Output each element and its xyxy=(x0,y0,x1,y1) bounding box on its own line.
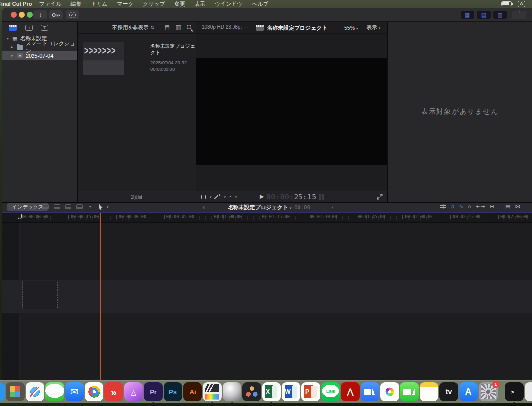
import-media-button[interactable]: ↓ xyxy=(33,10,47,19)
chrome-dock-icon[interactable] xyxy=(85,382,103,403)
system-settings-dock-icon[interactable]: 1 xyxy=(479,382,498,403)
show-browser-button[interactable]: ▦ xyxy=(461,11,474,19)
davinci-resolve-dock-icon[interactable] xyxy=(242,382,261,403)
finder-dock-icon[interactable] xyxy=(0,382,5,403)
view-options-dropdown[interactable]: 表示▾ xyxy=(366,24,380,31)
facetime-dock-icon[interactable] xyxy=(400,382,419,403)
zoom-dock-icon[interactable] xyxy=(361,382,379,403)
minimize-window-button[interactable] xyxy=(19,12,25,18)
share-button[interactable]: ↑ xyxy=(512,11,526,19)
overwrite-clip-button[interactable] xyxy=(76,204,83,209)
format-info[interactable]: 1080p HD 23.98p, ⋯ xyxy=(202,24,248,30)
final-cut-pro-dock-icon[interactable] xyxy=(203,382,222,403)
terminal-dock-icon[interactable]: >_ xyxy=(505,382,524,403)
append-clip-button[interactable] xyxy=(65,204,71,209)
menu-item-0[interactable]: ファイル xyxy=(39,0,61,8)
timeline-ruler[interactable]: 00:00:00:0000:00:15:0000:00:30:0000:00:4… xyxy=(2,213,532,223)
acrobat-dock-icon[interactable]: ⋀ xyxy=(341,382,360,403)
titles-generators-tab-icon[interactable]: T xyxy=(41,25,48,31)
apple-tv-dock-icon[interactable]: tv xyxy=(439,382,458,403)
timeline-display-button[interactable]: ▤ xyxy=(505,204,510,209)
play-button[interactable]: ▶ xyxy=(260,194,264,199)
safari-dock-icon[interactable] xyxy=(26,382,44,403)
crop-tool-icon[interactable] xyxy=(201,195,206,199)
mail-dock-icon[interactable]: ✉ xyxy=(65,382,84,403)
window-titlebar[interactable]: ↓ ✓ ▦ ▤ ▥ ↑ xyxy=(2,8,532,22)
menu-item-5[interactable]: 変更 xyxy=(174,0,185,8)
timeline-history-forward[interactable]: › xyxy=(332,204,333,211)
project-thumbnail[interactable]: >>>>>>> xyxy=(83,42,124,75)
unknown-partial-app-dock-icon[interactable] xyxy=(525,382,532,403)
line-dock-icon[interactable]: LINE xyxy=(321,382,340,403)
menu-item-8[interactable]: ヘルプ xyxy=(252,0,268,8)
timeline-history-back[interactable]: ‹ xyxy=(203,204,205,211)
playhead-line[interactable] xyxy=(20,219,20,380)
affinity-photo-dock-icon[interactable]: △ xyxy=(124,382,143,403)
menu-item-2[interactable]: トリム xyxy=(91,0,107,8)
filter-dropdown[interactable]: 不採用を非表示⇅ xyxy=(112,22,154,34)
menu-item-6[interactable]: 表示 xyxy=(195,0,205,8)
menu-item-7[interactable]: ウインドウ xyxy=(215,0,242,8)
messages-dock-icon[interactable] xyxy=(45,382,64,403)
mail-glyph: ✉ xyxy=(70,387,78,397)
keyword-editor-button[interactable] xyxy=(49,10,63,19)
smart-collection-row[interactable]: ▸ スマートコレクション xyxy=(2,43,77,51)
excel-dock-icon[interactable]: X xyxy=(262,382,281,403)
project-duration: 00:00:00:00 xyxy=(150,67,196,72)
project-name[interactable]: 名称未設定プロジェクト xyxy=(150,43,196,56)
background-tasks-button[interactable]: ✓ xyxy=(66,10,79,19)
notes-dock-icon[interactable] xyxy=(420,382,438,403)
powerpoint-dock-icon[interactable]: P xyxy=(301,382,320,403)
disclosure-closed-icon[interactable]: ▸ xyxy=(10,53,14,58)
search-icon[interactable] xyxy=(187,25,191,29)
menu-item-4[interactable]: クリップ xyxy=(143,0,165,8)
word-dock-icon[interactable]: W xyxy=(282,382,300,403)
audio-meters[interactable] xyxy=(319,194,324,200)
playhead-pin[interactable] xyxy=(18,214,22,219)
photos-dock-icon[interactable] xyxy=(380,382,399,403)
snapping-toggle[interactable]: ⇠⇢ xyxy=(476,204,485,209)
solo-toggle[interactable]: ∿ xyxy=(459,204,463,209)
enhancements-wand-icon[interactable] xyxy=(214,194,220,200)
primary-storyline[interactable] xyxy=(2,280,532,313)
connect-clip-button[interactable] xyxy=(42,204,49,209)
insert-clip-button[interactable] xyxy=(54,204,60,209)
fullscreen-button[interactable] xyxy=(377,194,383,200)
launchpad-dock-icon[interactable] xyxy=(6,382,25,403)
show-timeline-button[interactable]: ▤ xyxy=(477,11,491,19)
app-menu-title[interactable]: Final Cut Pro xyxy=(0,0,32,8)
skimming-toggle[interactable] xyxy=(440,204,446,209)
input-source-icon[interactable]: A xyxy=(518,1,525,7)
disclosure-open-icon[interactable]: ▾ xyxy=(6,36,10,41)
timeline-project-title[interactable]: 名称未設定プロジェクト▾ xyxy=(228,204,291,211)
libraries-tab-icon[interactable] xyxy=(9,25,17,31)
headphones-icon[interactable]: ∩ xyxy=(467,204,471,209)
menu-item-3[interactable]: マーク xyxy=(117,0,133,8)
illustrator-dock-icon[interactable]: Ai xyxy=(183,382,202,403)
show-inspector-button[interactable]: ▥ xyxy=(493,11,507,19)
menu-item-1[interactable]: 編集 xyxy=(70,0,81,8)
clip-appearance-button[interactable]: ⊟ xyxy=(490,204,494,209)
running-indicator xyxy=(74,402,75,403)
photos-audio-tab-icon[interactable]: ♪ xyxy=(25,25,33,31)
chevron-down-icon[interactable]: ▾ xyxy=(89,205,91,209)
app-store-dock-icon[interactable]: A xyxy=(459,382,478,403)
running-indicator xyxy=(15,402,16,403)
premiere-pro-dock-icon[interactable]: Pr xyxy=(144,382,163,403)
close-window-button[interactable] xyxy=(11,12,17,18)
zoom-window-button[interactable] xyxy=(27,12,33,18)
tool-selector[interactable]: ▾ xyxy=(98,204,109,210)
zoom-level-dropdown[interactable]: 55%▾ xyxy=(344,25,358,31)
red-arrows-app-dock-icon[interactable]: » xyxy=(104,382,123,403)
viewer-timecode[interactable]: 00:00:25:15 xyxy=(266,193,317,201)
timeline-area[interactable] xyxy=(2,223,532,380)
silver-round-app-dock-icon[interactable] xyxy=(223,382,241,403)
bowtie-icon[interactable]: ⋈ xyxy=(515,204,520,209)
clip-view-toggle[interactable]: ▤ xyxy=(165,24,170,30)
photoshop-dock-icon[interactable]: Ps xyxy=(164,382,182,403)
audio-skimming-toggle[interactable]: ♫ xyxy=(450,204,454,209)
disclosure-closed-icon[interactable]: ▸ xyxy=(10,45,14,49)
filmstrip-view-toggle[interactable]: ▥ xyxy=(176,24,181,30)
retime-icon[interactable]: ◔ xyxy=(228,194,232,200)
clip-placeholder[interactable] xyxy=(22,281,58,309)
